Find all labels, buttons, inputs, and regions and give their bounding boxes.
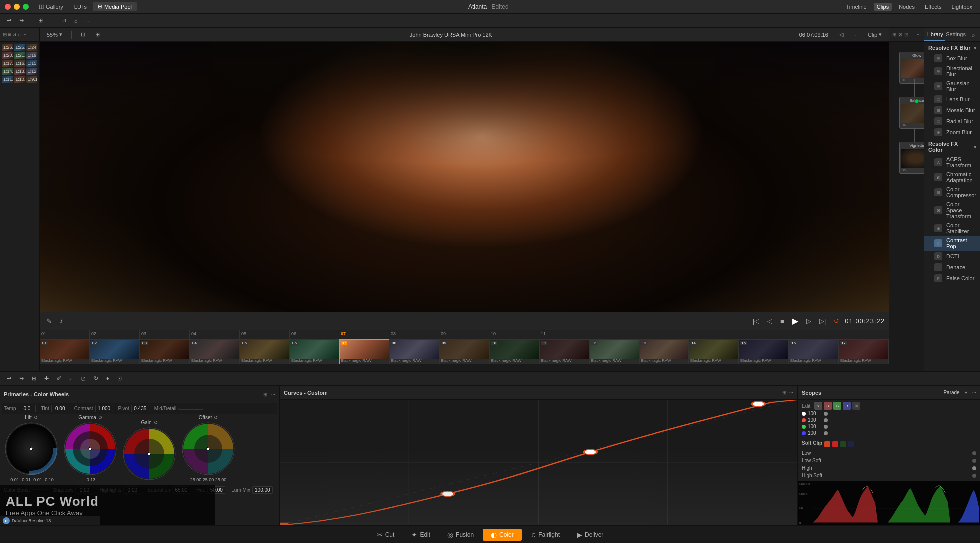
color-tool-1[interactable]: ↩ <box>4 374 14 383</box>
media-thumb-7[interactable]: 1:17.1 <box>2 60 13 67</box>
media-thumb-10[interactable]: 1:14.1 <box>2 68 13 75</box>
fx-color-compressor[interactable]: ⊟ Color Compressor <box>924 185 980 200</box>
media-thumb-6[interactable]: 1:19.1 <box>26 52 37 59</box>
color-tool-8[interactable]: ↻ <box>91 374 101 383</box>
fx-dctl[interactable]: D DCTL <box>924 251 980 262</box>
color-nav[interactable]: ◐ Color <box>483 529 522 541</box>
overlay-btn[interactable]: ⊞ <box>92 30 103 39</box>
media-thumb-12[interactable]: 1:12.1 <box>26 68 37 75</box>
cw-expand-btn[interactable]: ⊞ <box>263 392 267 397</box>
media-pool-tab[interactable]: ⊞ Media Pool <box>93 2 137 11</box>
r-channel-btn[interactable]: R <box>824 402 832 410</box>
gamma-reset[interactable]: ↺ <box>98 415 102 420</box>
tl-clip-13[interactable]: Blackmagic RAW 13 <box>639 339 689 364</box>
curves-options-btn[interactable]: ··· <box>789 390 793 395</box>
fx-false-color[interactable]: F False Color <box>924 273 980 284</box>
media-thumb-9[interactable]: 1:15.1 <box>26 60 37 67</box>
parade-dropdown[interactable]: ▾ <box>965 390 967 395</box>
effects-btn[interactable]: Effects <box>922 3 944 11</box>
reset-dot-2[interactable] <box>824 418 828 422</box>
b-channel-btn[interactable]: B <box>843 402 851 410</box>
tl-clip-12[interactable]: Blackmagic RAW 12 <box>589 339 639 364</box>
timeline-btn[interactable]: Timeline <box>843 3 870 11</box>
loop-btn[interactable]: ↺ <box>831 316 842 326</box>
fx-color-space[interactable]: ⊠ Color Space Transform <box>924 200 980 221</box>
gain-reset[interactable]: ↺ <box>154 420 158 425</box>
soft-clip-toggle[interactable] <box>824 441 830 447</box>
minimize-button[interactable] <box>14 4 20 10</box>
search-icon[interactable]: ⌕ <box>966 32 980 38</box>
soft-clip-r[interactable] <box>832 441 838 447</box>
view-grid-btn[interactable]: ⊞ <box>35 16 46 25</box>
tl-clip-17[interactable]: Blackmagic RAW 17 <box>839 339 889 364</box>
reset-dot-3[interactable] <box>824 425 828 429</box>
settings-tab[interactable]: Settings <box>945 28 966 41</box>
more-options-btn[interactable]: ··· <box>850 31 861 39</box>
step-fwd-btn[interactable]: ▷ <box>804 316 814 326</box>
search-btn[interactable]: ⌕ <box>71 17 81 25</box>
maximize-button[interactable] <box>23 4 29 10</box>
step-back-btn[interactable]: ◁ <box>765 316 775 326</box>
nodes-btn[interactable]: Nodes <box>896 3 918 11</box>
lum-mix-val[interactable]: 100.00 <box>252 486 273 494</box>
undo-btn[interactable]: ↩ <box>4 16 14 25</box>
color-tool-9[interactable]: ♦ <box>103 374 112 382</box>
audio-btn[interactable]: ♪ <box>57 316 66 326</box>
play-btn[interactable]: ▶ <box>790 315 801 327</box>
fx-directional-blur[interactable]: ≋ Directional Blur <box>924 64 980 79</box>
luts-tab[interactable]: LUTs <box>69 2 92 11</box>
cut-nav[interactable]: ✂ Cut <box>369 529 403 541</box>
g-channel-btn[interactable]: G <box>833 402 841 410</box>
media-thumb-15[interactable]: 1:9.1 <box>26 76 37 83</box>
media-thumb-4[interactable]: 1:20.1 <box>2 52 13 59</box>
offset-wheel[interactable] <box>181 421 236 476</box>
redo-btn[interactable]: ↪ <box>16 16 27 25</box>
tl-clip-6[interactable]: Blackmagic RAW 06 <box>290 339 339 364</box>
color-tool-5[interactable]: ✐ <box>54 374 64 383</box>
fx-gaussian-blur[interactable]: ≋ Gaussian Blur <box>924 79 980 94</box>
tl-clip-1[interactable]: Blackmagic RAW 01 <box>40 339 90 364</box>
mid-detail-value[interactable] <box>178 408 203 410</box>
color-tool-3[interactable]: ⊞ <box>29 374 39 383</box>
stop-btn[interactable]: ■ <box>778 316 787 326</box>
tl-clip-15[interactable]: Blackmagic RAW 15 <box>739 339 789 364</box>
tl-clip-8[interactable]: Blackmagic RAW 08 <box>389 339 439 364</box>
sort-btn[interactable]: ⊿ <box>59 16 69 25</box>
media-thumb-3[interactable]: 1:24.1 <box>26 44 37 51</box>
color-tool-4[interactable]: ✚ <box>41 374 52 383</box>
media-thumb-11[interactable]: 1:13.1 <box>14 68 25 75</box>
curves-expand-btn[interactable]: ⊞ <box>782 390 786 395</box>
node-vignette[interactable]: Vignette 05 <box>899 142 924 174</box>
tl-clip-4[interactable]: Blackmagic RAW 04 <box>190 339 240 364</box>
fusion-nav[interactable]: ◎ Fusion <box>439 529 482 541</box>
fx-chromatic[interactable]: ◐ Chromatic Adaptation <box>924 170 980 185</box>
gamma-wheel[interactable] <box>63 421 118 476</box>
media-thumb-5[interactable]: 1:21.1 <box>14 52 25 59</box>
contrast-value[interactable]: 1.000 <box>95 405 113 412</box>
tl-clip-9[interactable]: Blackmagic RAW 09 <box>439 339 489 364</box>
color-tool-2[interactable]: ↪ <box>16 374 27 383</box>
lightbox-btn[interactable]: Lightbox <box>948 3 975 11</box>
fx-dehaze[interactable]: ≈ Dehaze <box>924 262 980 273</box>
media-thumb-14[interactable]: 1:10.1 <box>14 76 25 83</box>
tl-clip-5[interactable]: Blackmagic RAW 05 <box>240 339 290 364</box>
next-clip-btn[interactable]: ▷| <box>817 316 828 326</box>
tl-clip-10[interactable]: Blackmagic RAW 10 <box>489 339 539 364</box>
close-button[interactable] <box>5 4 11 10</box>
fx-zoom-blur[interactable]: ⊕ Zoom Blur <box>924 127 980 138</box>
gallery-tab[interactable]: ◫ Gallery <box>34 2 68 11</box>
prev-frame-btn[interactable]: ◁ <box>836 30 846 39</box>
cw-options-btn[interactable]: ··· <box>271 392 275 397</box>
clips-btn[interactable]: Clips <box>874 3 892 11</box>
lift-wheel[interactable] <box>4 421 59 476</box>
color-tool-6[interactable]: ⌕ <box>66 374 76 382</box>
lift-reset[interactable]: ↺ <box>34 415 38 420</box>
fit-btn[interactable]: ⊡ <box>78 30 88 39</box>
soft-clip-g[interactable] <box>840 441 846 447</box>
fx-contrast-pop[interactable]: C Contrast Pop <box>924 236 980 251</box>
offset-reset[interactable]: ↺ <box>214 415 218 420</box>
node-balance[interactable]: Balance 04 <box>899 97 924 129</box>
deliver-nav[interactable]: ▶ Deliver <box>569 529 611 541</box>
media-thumb-2[interactable]: 1:25.1 <box>14 44 25 51</box>
fx-blur-section[interactable]: Resolve FX Blur <box>924 42 980 53</box>
